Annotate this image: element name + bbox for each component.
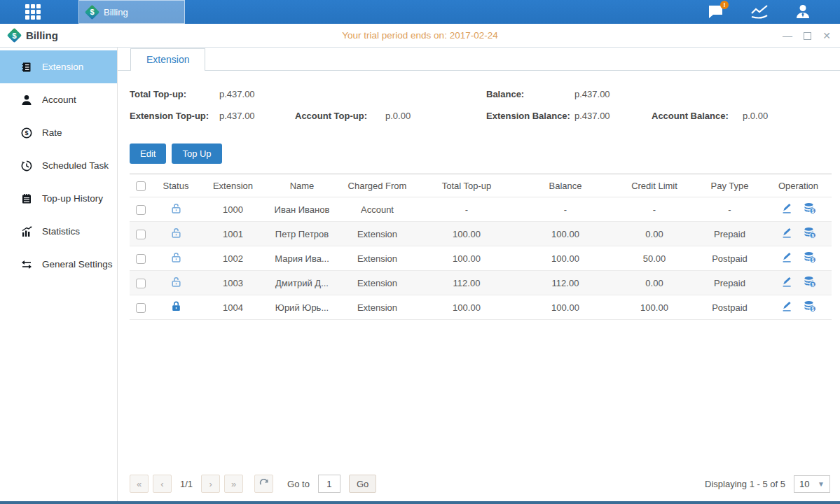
status-lock-icon[interactable] — [170, 251, 182, 263]
pagination-right: Displaying 1 - 5 of 5 10 ▼ — [705, 475, 830, 493]
edit-row-icon[interactable] — [781, 276, 792, 288]
tab-extension[interactable]: Extension — [130, 48, 205, 71]
table-row[interactable]: 1001 Петр Петров Extension 100.00 100.00… — [130, 222, 832, 246]
row-checkbox[interactable] — [136, 230, 146, 239]
sidebar-label: Extension — [42, 62, 83, 72]
extension-balance-label: Extension Balance: — [486, 111, 570, 121]
sliders-icon — [21, 259, 32, 270]
notepad-icon — [21, 193, 32, 204]
main-content: Extension Total Top-up: p.437.00 Balance… — [118, 48, 840, 501]
account-topup-label: Account Top-up: — [295, 111, 367, 121]
account-balance-label: Account Balance: — [652, 111, 729, 121]
topup-row-icon[interactable]: $ — [804, 300, 816, 312]
minimize-button[interactable]: — — [783, 31, 792, 41]
billing-app-window: { "taskbar": { "app_tab_label": "Billing… — [0, 0, 840, 504]
taskbar-right-icons: ! — [707, 0, 812, 24]
tab-strip: Extension — [118, 48, 840, 71]
total-topup-label: Total Top-up: — [130, 89, 186, 99]
goto-page-input[interactable] — [318, 475, 340, 493]
prev-page-button[interactable]: ‹ — [153, 475, 172, 493]
messages-icon[interactable]: ! — [707, 3, 725, 21]
topup-row-icon[interactable]: $ — [804, 227, 816, 239]
refresh-button[interactable] — [254, 475, 273, 493]
svg-text:$: $ — [811, 282, 814, 288]
status-lock-icon[interactable] — [170, 227, 182, 239]
account-topup-value: p.0.00 — [385, 111, 411, 121]
row-checkbox[interactable] — [136, 303, 146, 313]
first-page-button[interactable]: « — [130, 475, 149, 493]
unlocked-icon — [170, 251, 182, 263]
table-row[interactable]: 1003 Дмитрий Д... Extension 112.00 112.0… — [130, 271, 832, 295]
account-balance-value: p.0.00 — [743, 111, 768, 121]
row-checkbox[interactable] — [136, 205, 146, 215]
window-title: Billing — [26, 29, 58, 41]
topup-row-icon[interactable]: $ — [804, 251, 816, 263]
window-titlebar: $ Billing Your trial period ends on: 201… — [0, 24, 840, 48]
bar-chart-icon — [21, 226, 32, 237]
balance-label: Balance: — [486, 89, 524, 99]
sidebar-item-extension[interactable]: Extension — [0, 50, 117, 83]
extension-balance-value: p.437.00 — [574, 111, 610, 121]
taskbar-tab-billing[interactable]: $ Billing — [78, 0, 185, 24]
chevron-down-icon: ▼ — [818, 480, 825, 488]
extension-table: Status Extension Name Charged From Total… — [130, 174, 832, 320]
window-billing-icon: $ — [8, 29, 20, 41]
edit-button[interactable]: Edit — [130, 144, 166, 164]
table-row[interactable]: 1004 Юрий Юрь... Extension 100.00 100.00… — [130, 295, 832, 320]
dollar-circle-icon: $ — [21, 127, 32, 139]
operation-cell: $ — [781, 227, 816, 239]
user-account-icon[interactable] — [794, 3, 812, 21]
sidebar-label: Statistics — [42, 226, 80, 237]
last-page-button[interactable]: » — [224, 475, 243, 493]
col-extension: Extension — [200, 174, 266, 197]
sidebar: Extension Account $ Rate Scheduled Task … — [0, 48, 118, 501]
unlocked-icon — [170, 202, 182, 214]
close-button[interactable]: ✕ — [822, 31, 832, 41]
trial-notice: Your trial period ends on: 2017-02-24 — [0, 30, 840, 41]
edit-row-icon[interactable] — [781, 203, 792, 214]
total-topup-value: p.437.00 — [219, 89, 255, 99]
row-checkbox[interactable] — [136, 254, 146, 264]
reports-chart-icon[interactable] — [750, 3, 769, 21]
sidebar-item-topup-history[interactable]: Top-up History — [0, 182, 117, 215]
sidebar-item-account[interactable]: Account — [0, 83, 117, 116]
col-credit-limit: Credit Limit — [614, 174, 694, 197]
window-bottom-border — [0, 501, 840, 504]
sidebar-item-general-settings[interactable]: General Settings — [0, 248, 117, 281]
operation-cell: $ — [781, 251, 816, 263]
operation-cell: $ — [781, 300, 816, 312]
sidebar-item-statistics[interactable]: Statistics — [0, 215, 117, 248]
next-page-button[interactable]: › — [201, 475, 220, 493]
row-checkbox[interactable] — [136, 279, 146, 288]
operation-cell: $ — [781, 202, 816, 214]
page-indicator: 1/1 — [180, 479, 193, 489]
unlocked-icon — [170, 276, 182, 288]
sidebar-item-rate[interactable]: $ Rate — [0, 116, 117, 149]
go-button[interactable]: Go — [349, 475, 376, 493]
edit-row-icon[interactable] — [781, 301, 792, 312]
goto-label: Go to — [287, 479, 310, 489]
topup-row-icon[interactable]: $ — [804, 276, 816, 288]
displaying-text: Displaying 1 - 5 of 5 — [705, 479, 785, 489]
operation-cell: $ — [781, 276, 816, 288]
page-size-select[interactable]: 10 ▼ — [794, 475, 830, 493]
edit-row-icon[interactable] — [781, 252, 792, 263]
topup-button[interactable]: Top Up — [172, 144, 221, 164]
col-status: Status — [152, 174, 200, 197]
sidebar-item-scheduled-task[interactable]: Scheduled Task — [0, 149, 117, 182]
svg-text:$: $ — [811, 258, 814, 263]
maximize-button[interactable] — [804, 32, 811, 40]
status-lock-icon[interactable] — [170, 202, 182, 214]
app-grid-icon[interactable] — [25, 4, 43, 20]
table-row[interactable]: 1000 Иван Иванов Account - - - - $ — [130, 197, 832, 222]
status-lock-icon[interactable] — [170, 276, 182, 288]
table-row[interactable]: 1002 Мария Ива... Extension 100.00 100.0… — [130, 246, 832, 271]
svg-text:$: $ — [25, 130, 28, 136]
taskbar-tab-label: Billing — [104, 7, 128, 18]
edit-row-icon[interactable] — [781, 227, 792, 239]
clock-icon — [21, 160, 32, 172]
topup-row-icon[interactable]: $ — [804, 202, 816, 214]
select-all-checkbox[interactable] — [136, 181, 146, 191]
status-lock-icon[interactable] — [170, 300, 182, 312]
extension-topup-value: p.437.00 — [219, 111, 255, 121]
